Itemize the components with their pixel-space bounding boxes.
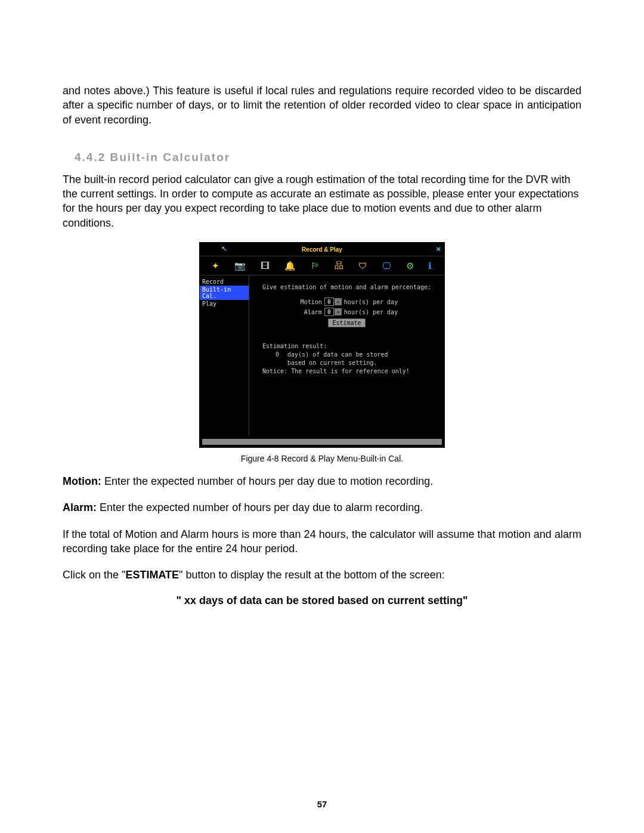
sidebar-item-record[interactable]: Record [200, 278, 249, 286]
sidebar-item-builtin-cal[interactable]: Built-in Cal. [200, 286, 249, 300]
alarm-spinner-button[interactable]: ▾ [335, 308, 342, 315]
sidebar-item-play[interactable]: Play [200, 300, 249, 308]
alarm-label: Alarm [296, 309, 322, 315]
alarm-def-text: Enter the expected number of hours per d… [97, 501, 423, 513]
motion-row: Motion 0 ▾ hour(s) per day [254, 298, 439, 306]
motion-value[interactable]: 0 [324, 298, 334, 306]
info-icon[interactable]: ℹ [428, 261, 432, 271]
motion-label: Motion [296, 299, 322, 305]
motion-definition: Motion: Enter the expected number of hou… [63, 474, 581, 488]
alarm-spinner[interactable]: 0 ▾ [324, 308, 342, 316]
reel-icon[interactable]: 🎞 [261, 261, 270, 271]
result-block: Estimation result: 0day(s) of data can b… [262, 343, 439, 374]
main-panel: Give estimation of motion and alarm perc… [249, 275, 444, 435]
motion-def-label: Motion: [63, 475, 101, 487]
security-icon[interactable]: 🛡 [358, 261, 367, 271]
camera-icon[interactable]: 📷 [234, 261, 246, 271]
alarm-value[interactable]: 0 [324, 308, 334, 316]
monitor-icon[interactable]: 🖵 [382, 261, 391, 271]
sidebar: Record Built-in Cal. Play [200, 275, 249, 435]
section-heading: 4.4.2 Built-in Calculator [75, 151, 581, 164]
click-sentence: Click on the "ESTIMATE" button to displa… [63, 568, 581, 582]
window-title: Record & Play [302, 246, 342, 253]
sparkle-icon[interactable]: ✦ [212, 261, 219, 271]
days-value: 0 [262, 351, 287, 358]
bell-icon[interactable]: 🔔 [284, 261, 296, 271]
days-text: day(s) of data can be stored [287, 351, 388, 358]
alarm-row: Alarm 0 ▾ hour(s) per day [254, 308, 439, 316]
alarm-def-label: Alarm: [63, 501, 97, 513]
click-post: " button to display the result at the bo… [179, 569, 445, 581]
toolbar: ✦ 📷 🎞 🔔 🏳 品 🛡 🖵 ⚙ ℹ [200, 256, 444, 275]
estimate-button[interactable]: Estimate [328, 318, 365, 327]
result-quote: " xx days of data can be stored based on… [63, 594, 581, 607]
days-line: 0day(s) of data can be stored [262, 351, 439, 358]
overflow-paragraph: If the total of Motion and Alarm hours i… [63, 527, 581, 556]
alarm-definition: Alarm: Enter the expected number of hour… [63, 500, 581, 515]
motion-units: hour(s) per day [344, 299, 398, 305]
click-button-word: ESTIMATE [125, 569, 179, 581]
motion-spinner[interactable]: 0 ▾ [324, 298, 342, 306]
network-icon[interactable]: 品 [335, 260, 343, 271]
figure-caption: Figure 4-8 Record & Play Menu-Built-in C… [63, 454, 581, 463]
page-number: 57 [317, 799, 327, 809]
motion-spinner-button[interactable]: ▾ [335, 298, 342, 305]
motion-def-text: Enter the expected number of hours per d… [101, 475, 433, 487]
calculator-description: The built-in record period calculator ca… [63, 172, 581, 230]
statusbar [202, 439, 442, 445]
close-icon[interactable]: × [436, 244, 441, 253]
based-line: based on current setting. [262, 360, 439, 366]
result-header: Estimation result: [262, 343, 439, 349]
estimate-row: Estimate [254, 318, 439, 327]
clock-flag-icon[interactable]: 🏳 [311, 261, 320, 271]
record-play-screenshot: ↖ Record & Play × ✦ 📷 🎞 🔔 🏳 品 🛡 🖵 ⚙ ℹ Re… [199, 242, 445, 448]
window-titlebar: ↖ Record & Play × [200, 243, 444, 256]
click-pre: Click on the " [63, 569, 125, 581]
intro-paragraph: and notes above.) This feature is useful… [63, 83, 581, 127]
cursor-icon: ↖ [221, 244, 227, 253]
gear-icon[interactable]: ⚙ [406, 261, 414, 271]
notice-line: Notice: The result is for reference only… [262, 368, 439, 374]
instruction-text: Give estimation of motion and alarm perc… [254, 284, 439, 290]
alarm-units: hour(s) per day [344, 309, 398, 315]
